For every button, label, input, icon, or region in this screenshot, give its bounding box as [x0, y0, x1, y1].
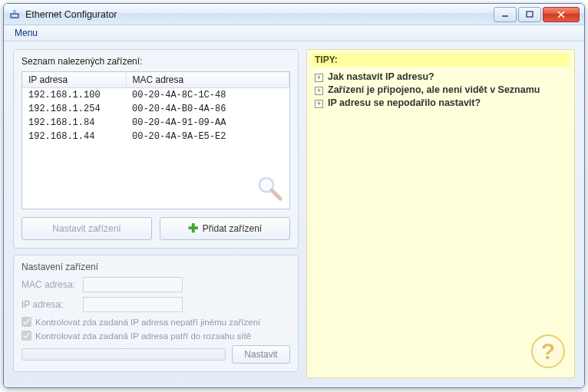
- settings-title: Nastavení zařízení: [21, 262, 290, 272]
- device-list[interactable]: IP adresa MAC adresa 192.168.1.10000-20-…: [21, 71, 290, 209]
- app-window: Ethernet Configurator Menu Seznam naleze…: [3, 3, 585, 388]
- progress-bar: [21, 348, 226, 361]
- content-area: Seznam nalezených zařízení: IP adresa MA…: [4, 41, 584, 387]
- col-header-mac[interactable]: MAC adresa: [126, 72, 289, 88]
- minimize-button[interactable]: [494, 7, 517, 22]
- svg-rect-2: [13, 10, 16, 13]
- window-title: Ethernet Configurator: [25, 9, 492, 20]
- app-icon: [8, 8, 21, 21]
- close-button[interactable]: [543, 7, 580, 22]
- add-device-button[interactable]: ✚ Přidat zařízení: [160, 217, 290, 240]
- table-row[interactable]: 192.168.1.10000-20-4A-8C-1C-48: [22, 88, 289, 103]
- check-ip-conflict[interactable]: [21, 317, 31, 327]
- tip-item[interactable]: + IP adresu se nepodařilo nastavit?: [315, 97, 567, 108]
- window-controls: [492, 7, 580, 22]
- device-list-group: Seznam nalezených zařízení: IP adresa MA…: [13, 49, 299, 249]
- svg-line-9: [272, 190, 280, 199]
- check-ip-conflict-label: Kontrolovat zda zadaná IP adresa nepatří…: [35, 318, 260, 327]
- tip-item[interactable]: + Zařízení je připojeno, ale není vidět …: [315, 84, 567, 95]
- plus-icon: ✚: [188, 222, 198, 235]
- tips-title: TIPY:: [312, 53, 570, 67]
- help-icon: ?: [541, 338, 555, 364]
- col-header-ip[interactable]: IP adresa: [22, 72, 126, 88]
- svg-rect-4: [527, 12, 533, 17]
- configure-device-button[interactable]: Nastavit zařízení: [21, 217, 152, 240]
- mac-label: MAC adresa:: [21, 279, 83, 290]
- svg-point-8: [262, 180, 271, 189]
- check-ip-range[interactable]: [21, 331, 31, 341]
- device-settings-group: Nastavení zařízení MAC adresa: IP adresa…: [13, 255, 299, 372]
- expand-icon[interactable]: +: [315, 74, 323, 82]
- table-row[interactable]: 192.168.1.8400-20-4A-91-09-AA: [22, 116, 289, 130]
- table-row[interactable]: 192.168.1.4400-20-4A-9A-E5-E2: [22, 130, 289, 143]
- table-row[interactable]: 192.168.1.25400-20-4A-B0-4A-86: [22, 102, 289, 116]
- menu-item-menu[interactable]: Menu: [8, 26, 44, 40]
- svg-rect-1: [12, 15, 18, 17]
- check-ip-range-label: Kontrolovat zda zadaná IP adresa patří d…: [35, 331, 251, 341]
- search-icon: [256, 174, 283, 204]
- ip-field[interactable]: [83, 297, 183, 312]
- tip-item[interactable]: + Jak nastavit IP adresu?: [315, 71, 567, 82]
- maximize-button[interactable]: [518, 7, 541, 22]
- tips-panel: TIPY: + Jak nastavit IP adresu? + Zaříze…: [306, 49, 575, 378]
- menubar: Menu: [4, 25, 584, 41]
- titlebar[interactable]: Ethernet Configurator: [4, 4, 584, 25]
- set-button[interactable]: Nastavit: [232, 345, 290, 364]
- mac-field[interactable]: [83, 277, 183, 292]
- right-pane: TIPY: + Jak nastavit IP adresu? + Zaříze…: [306, 49, 575, 378]
- left-pane: Seznam nalezených zařízení: IP adresa MA…: [13, 49, 299, 378]
- device-list-title: Seznam nalezených zařízení:: [21, 56, 290, 67]
- ip-label: IP adresa:: [21, 299, 83, 310]
- expand-icon[interactable]: +: [315, 100, 323, 108]
- expand-icon[interactable]: +: [315, 87, 323, 95]
- help-button[interactable]: ?: [531, 334, 565, 368]
